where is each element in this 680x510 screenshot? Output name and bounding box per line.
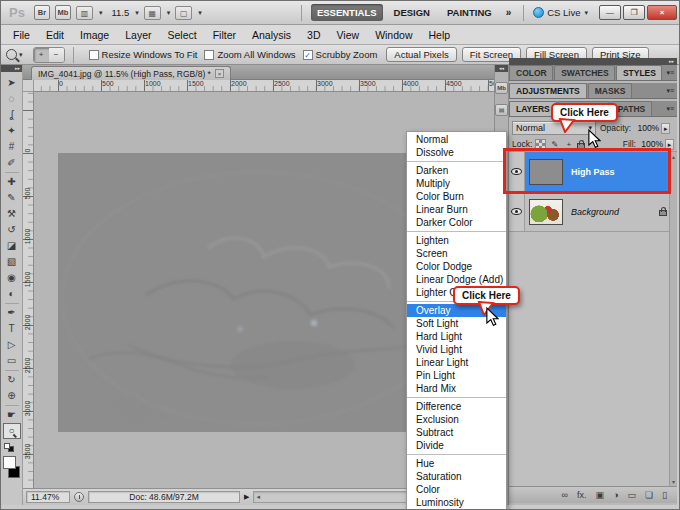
- blend-mode-hard-light[interactable]: Hard Light: [407, 330, 506, 343]
- zoom-in-button[interactable]: +: [34, 48, 49, 62]
- checkbox-icon[interactable]: [204, 50, 214, 60]
- blend-mode-color[interactable]: Color: [407, 483, 506, 496]
- status-doc-size[interactable]: Doc: 48.6M/97.2M: [88, 491, 240, 503]
- clone-stamp-tool[interactable]: ⚒: [3, 206, 21, 222]
- collapsed-panel-icon[interactable]: ▤: [495, 104, 508, 116]
- eraser-tool[interactable]: ◪: [3, 238, 21, 254]
- menu-image[interactable]: Image: [72, 29, 117, 41]
- layer-effects-icon[interactable]: fx.: [577, 491, 587, 500]
- checkbox-icon[interactable]: ✓: [303, 50, 313, 60]
- menu-view[interactable]: View: [329, 29, 368, 41]
- visibility-toggle[interactable]: [509, 192, 525, 231]
- quick-selection-tool[interactable]: ✦: [3, 123, 21, 139]
- document-tab[interactable]: IMG_4041.jpg @ 11.5% (High Pass, RGB/8) …: [31, 66, 231, 80]
- vertical-ruler[interactable]: 0500100015002000250030003500: [23, 92, 34, 488]
- chevron-down-icon[interactable]: ▾: [99, 9, 103, 17]
- menu-edit[interactable]: Edit: [38, 29, 72, 41]
- chevron-down-icon[interactable]: ▾: [167, 9, 171, 17]
- menu-filter[interactable]: Filter: [205, 29, 244, 41]
- tab-layers[interactable]: LAYERS: [509, 101, 557, 116]
- status-menu-arrow-icon[interactable]: ▶: [244, 493, 249, 501]
- blend-mode-color-dodge[interactable]: Color Dodge: [407, 260, 506, 273]
- blend-mode-darken[interactable]: Darken: [407, 164, 506, 177]
- blend-mode-divide[interactable]: Divide: [407, 439, 506, 452]
- delete-layer-icon[interactable]: ▯: [662, 491, 667, 500]
- blend-mode-luminosity[interactable]: Luminosity: [407, 496, 506, 509]
- marquee-tool[interactable]: ◌: [3, 91, 21, 107]
- tab-adjustments[interactable]: ADJUSTMENTS: [509, 83, 587, 98]
- blend-mode-linear-light[interactable]: Linear Light: [407, 356, 506, 369]
- pen-tool[interactable]: ✒: [3, 305, 21, 321]
- path-selection-tool[interactable]: ▷: [3, 337, 21, 353]
- tab-color[interactable]: COLOR: [509, 65, 553, 80]
- blend-mode-hue[interactable]: Hue: [407, 457, 506, 470]
- lasso-tool[interactable]: ʆ: [3, 107, 21, 123]
- chevron-down-icon[interactable]: ▾: [135, 9, 139, 17]
- tools-panel-collapse-bar[interactable]: ▸▸: [1, 65, 22, 72]
- menu-select[interactable]: Select: [159, 29, 204, 41]
- panel-menu-icon[interactable]: ▾≡: [663, 102, 677, 116]
- layer-name[interactable]: Background: [571, 207, 619, 217]
- layer-thumbnail-background[interactable]: [529, 199, 563, 225]
- spot-healing-tool[interactable]: ✚: [3, 174, 21, 190]
- blend-mode-darker-color[interactable]: Darker Color: [407, 216, 506, 229]
- blend-mode-linear-dodge-add[interactable]: Linear Dodge (Add): [407, 273, 506, 286]
- cs-live-button[interactable]: CS Live ▾: [533, 7, 588, 18]
- workspace-painting[interactable]: PAINTING: [441, 4, 498, 21]
- menu-3d[interactable]: 3D: [299, 29, 328, 41]
- scroll-up-icon[interactable]: ▴: [672, 153, 675, 160]
- restore-button[interactable]: ❐: [623, 5, 645, 20]
- type-tool[interactable]: T: [3, 321, 21, 337]
- eyedropper-tool[interactable]: ✐: [3, 155, 21, 171]
- blend-mode-vivid-light[interactable]: Vivid Light: [407, 343, 506, 356]
- menu-file[interactable]: File: [5, 29, 38, 41]
- foreground-color-swatch[interactable]: [3, 456, 16, 469]
- scroll-down-icon[interactable]: ▾: [672, 478, 675, 485]
- gradient-tool[interactable]: ▧: [3, 254, 21, 270]
- workspace-design[interactable]: DESIGN: [388, 4, 436, 21]
- dodge-tool[interactable]: ◐: [3, 286, 21, 302]
- opacity-spinner-icon[interactable]: ▸: [661, 123, 670, 134]
- screen-mode-icon[interactable]: ▢: [175, 6, 192, 20]
- blend-mode-normal[interactable]: Normal: [407, 133, 506, 146]
- blur-tool[interactable]: ◉: [3, 270, 21, 286]
- blend-mode-hard-mix[interactable]: Hard Mix: [407, 382, 506, 395]
- chevron-down-icon[interactable]: ▾: [198, 9, 202, 17]
- layer-mask-icon[interactable]: ▣: [596, 491, 605, 500]
- blend-mode-dropdown[interactable]: Normal ▾: [512, 121, 596, 135]
- close-button[interactable]: ×: [647, 5, 677, 20]
- horizontal-ruler[interactable]: 050010001500200025003000350040004500500: [34, 80, 494, 92]
- new-layer-icon[interactable]: ❏: [645, 491, 653, 500]
- opacity-field[interactable]: 100% ▸: [635, 123, 670, 134]
- tab-styles[interactable]: STYLES: [616, 65, 662, 80]
- orbit-3d-tool[interactable]: ⊕: [3, 388, 21, 404]
- app-zoom-level[interactable]: 11.5: [111, 7, 129, 18]
- menu-layer[interactable]: Layer: [117, 29, 159, 41]
- zoom-out-button[interactable]: −: [49, 48, 64, 62]
- blend-mode-linear-burn[interactable]: Linear Burn: [407, 203, 506, 216]
- tab-masks[interactable]: MASKS: [588, 83, 633, 98]
- checkbox-zoom-all-windows[interactable]: Zoom All Windows: [204, 49, 295, 60]
- layer-group-icon[interactable]: ▭: [627, 491, 636, 500]
- blend-mode-screen[interactable]: Screen: [407, 247, 506, 260]
- default-colors-icon[interactable]: [4, 443, 16, 452]
- titlebar[interactable]: Ps Br Mb ▥▾ 11.5▾ ▦▾ ▢▾ ESSENTIALS DESIG…: [1, 1, 680, 25]
- blend-mode-saturation[interactable]: Saturation: [407, 470, 506, 483]
- launch-bridge-button[interactable]: Br: [34, 5, 50, 20]
- minimize-button[interactable]: —: [599, 5, 621, 20]
- workspace-essentials[interactable]: ESSENTIALS: [311, 4, 383, 21]
- launch-mini-bridge-button[interactable]: Mb: [55, 5, 71, 20]
- scroll-left-icon[interactable]: ◂: [256, 493, 260, 500]
- move-tool[interactable]: ➤: [3, 75, 21, 91]
- blend-mode-lighten[interactable]: Lighten: [407, 234, 506, 247]
- actual-pixels-button[interactable]: Actual Pixels: [386, 47, 456, 62]
- blend-mode-exclusion[interactable]: Exclusion: [407, 413, 506, 426]
- layers-scrollbar[interactable]: ▴ ▾: [669, 152, 677, 486]
- menu-analysis[interactable]: Analysis: [244, 29, 299, 41]
- arrange-documents-icon[interactable]: ▦: [144, 6, 161, 20]
- menu-help[interactable]: Help: [420, 29, 458, 41]
- link-layers-icon[interactable]: ∞: [562, 491, 568, 500]
- layer-row-background[interactable]: Background: [509, 192, 677, 232]
- hand-tool[interactable]: ☛: [3, 407, 21, 423]
- crop-tool[interactable]: #: [3, 139, 21, 155]
